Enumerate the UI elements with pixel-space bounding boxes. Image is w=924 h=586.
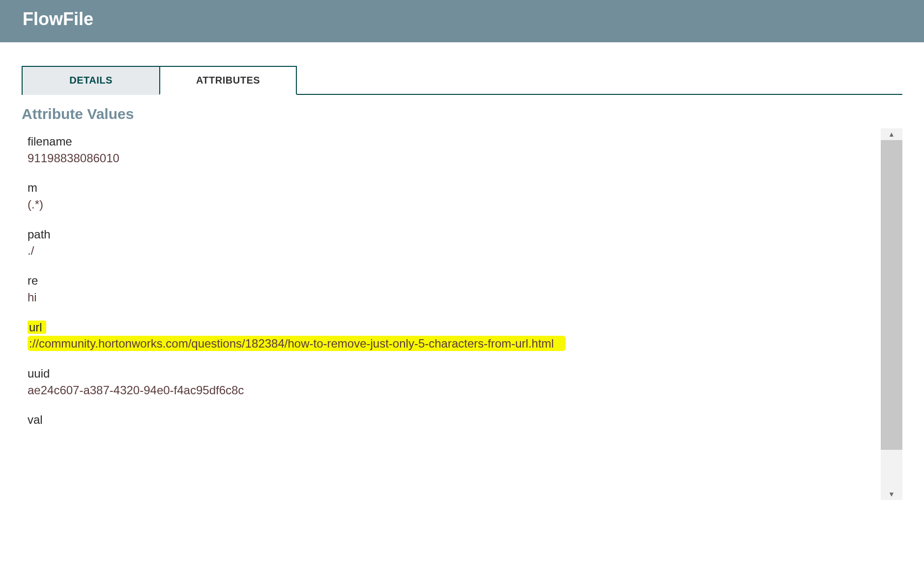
attribute-value: 91198838086010 [28,150,896,167]
dialog-title: FlowFile [23,9,901,29]
scrollbar-thumb[interactable] [881,140,902,450]
attribute-name: uuid [28,365,896,382]
attribute-name: m [28,179,896,196]
attribute-name: filename [28,133,896,150]
attributes-list: filename 91198838086010 m (.*) path ./ r… [22,128,902,500]
scrollbar-up-icon[interactable]: ▲ [881,128,902,140]
attribute-value: hi [28,289,896,306]
attribute-row-re: re hi [28,272,896,306]
attribute-row-m: m (.*) [28,179,896,213]
tabs-row: DETAILS ATTRIBUTES [22,66,902,95]
attribute-row-val: val [28,411,896,428]
attribute-name: path [28,226,896,243]
attribute-name: val [28,411,896,428]
attribute-name: url [28,321,46,334]
attribute-row-url: url ://community.hortonworks.com/questio… [28,319,896,352]
attributes-scroll-area: filename 91198838086010 m (.*) path ./ r… [22,128,902,500]
tab-details[interactable]: DETAILS [22,66,159,95]
attribute-row-filename: filename 91198838086010 [28,133,896,167]
attribute-value: ://community.hortonworks.com/questions/1… [28,336,566,351]
attribute-value: ./ [28,242,896,260]
attribute-name: re [28,272,896,289]
dialog-header: FlowFile [0,0,924,42]
tab-attributes[interactable]: ATTRIBUTES [159,66,297,95]
attribute-value: (.*) [28,196,896,213]
attribute-row-uuid: uuid ae24c607-a387-4320-94e0-f4ac95df6c8… [28,365,896,399]
attribute-value: ae24c607-a387-4320-94e0-f4ac95df6c8c [28,382,896,399]
scrollbar[interactable]: ▲ ▼ [881,128,902,500]
scrollbar-down-icon[interactable]: ▼ [881,488,902,500]
content-wrapper: DETAILS ATTRIBUTES Attribute Values file… [0,66,924,500]
attribute-row-path: path ./ [28,226,896,260]
section-title: Attribute Values [22,106,902,122]
